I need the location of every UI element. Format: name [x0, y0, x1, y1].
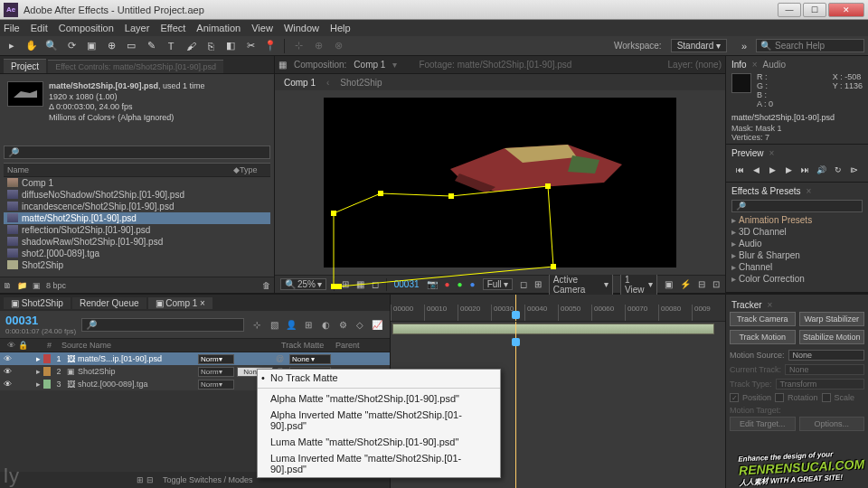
timeline-search-input[interactable]: 🔎	[81, 318, 244, 332]
expand-transfer-icon[interactable]: ⊞ ⊟	[137, 475, 154, 484]
world-axis-icon[interactable]: ⊕	[310, 38, 326, 54]
project-item[interactable]: Comp 1	[4, 177, 270, 189]
frame-blend-icon[interactable]: ⊞	[301, 317, 316, 332]
matte-option-luma-inverted[interactable]: Luma Inverted Matte "matte/Shot2Ship.[01…	[258, 450, 500, 477]
warp-stabilizer-button[interactable]: Warp Stabilizer	[799, 312, 865, 326]
cat-animation-presets[interactable]: Animation Presets	[730, 214, 864, 226]
camera-tool-icon[interactable]: ▣	[83, 38, 99, 54]
loop-icon[interactable]: ↻	[832, 164, 844, 176]
zoom-dropdown[interactable]: 🔍 25% ▾	[280, 278, 326, 290]
tab-preview[interactable]: Preview	[731, 148, 764, 158]
project-item[interactable]: shot2.[000-089].tga	[4, 248, 270, 259]
tab-tracker[interactable]: Tracker	[731, 300, 762, 310]
shape-tool-icon[interactable]: ▭	[123, 38, 139, 54]
roto-tool-icon[interactable]: ✂	[242, 38, 259, 54]
project-item[interactable]: Shot2Ship	[4, 259, 270, 271]
project-item[interactable]: incandescence/Shot2Ship.[01-90].psd	[4, 201, 270, 212]
tab-audio[interactable]: Audio	[763, 60, 787, 70]
timeline-ruler[interactable]: 0000000010000200003000040000500006000070…	[391, 295, 725, 322]
flowchart-icon[interactable]: ⊡	[712, 279, 720, 289]
fast-previews-icon[interactable]: ⚡	[680, 279, 691, 289]
layer-name[interactable]: matte/S...ip.[01-90].psd	[78, 354, 195, 363]
new-folder-icon[interactable]: 📁	[17, 281, 27, 290]
last-frame-icon[interactable]: ⏭	[799, 164, 812, 176]
position-checkbox[interactable]: ✓	[730, 393, 739, 402]
col-track-matte[interactable]: Track Matte	[278, 341, 332, 350]
eraser-tool-icon[interactable]: ◧	[222, 38, 239, 54]
layer-bar[interactable]	[392, 324, 714, 334]
comp-flowchart-icon[interactable]: ▦	[278, 60, 287, 70]
cat-3d-channel[interactable]: 3D Channel	[730, 226, 864, 238]
layer-panel-label[interactable]: Layer: (none)	[668, 60, 722, 70]
selection-tool-icon[interactable]: ▸	[4, 38, 20, 54]
auto-keyframe-icon[interactable]: ◇	[353, 317, 367, 332]
motion-source-dropdown[interactable]: None	[788, 350, 864, 361]
scale-checkbox[interactable]	[822, 393, 831, 402]
puppet-tool-icon[interactable]: 📍	[262, 38, 278, 54]
cat-channel[interactable]: Channel	[730, 261, 864, 273]
ram-preview-icon[interactable]: ⧐	[848, 164, 861, 176]
col-source-name[interactable]: Source Name	[58, 341, 225, 350]
text-tool-icon[interactable]: T	[163, 38, 179, 54]
minimize-button[interactable]: —	[778, 3, 801, 17]
workspace-search-icon[interactable]: »	[736, 38, 752, 54]
audio-icon[interactable]: 🔊	[816, 164, 828, 176]
col-parent[interactable]: Parent	[332, 341, 386, 350]
track-camera-button[interactable]: Track Camera	[730, 312, 796, 326]
timeline-layer[interactable]: 👁 ▸ 1 🖼 matte/S...ip.[01-90].psd Norm▾ @…	[0, 352, 390, 365]
timeline-icon[interactable]: ⊟	[698, 279, 705, 289]
visibility-icon[interactable]: 👁	[2, 380, 13, 389]
col-label-icon[interactable]: ◆	[233, 165, 240, 174]
comp-mini-flowchart-icon[interactable]: ⊹	[250, 317, 264, 332]
next-frame-icon[interactable]: ▶	[783, 164, 796, 176]
local-axis-icon[interactable]: ⊹	[290, 38, 307, 54]
hide-shy-icon[interactable]: 👤	[284, 317, 298, 332]
timeline-tab-render-queue[interactable]: Render Queue	[72, 297, 146, 309]
menu-view[interactable]: View	[251, 23, 273, 33]
track-motion-button[interactable]: Track Motion	[730, 330, 796, 344]
tab-effect-controls[interactable]: Effect Controls: matte/Shot2Ship.[01-90]…	[48, 60, 223, 73]
breadcrumb-comp[interactable]: Comp 1	[284, 78, 316, 88]
matte-option-alpha-inverted[interactable]: Alpha Inverted Matte "matte/Shot2Ship.[0…	[258, 407, 500, 434]
cat-audio[interactable]: Audio	[730, 238, 864, 249]
menu-help[interactable]: Help	[330, 23, 351, 33]
play-icon[interactable]: ▶	[767, 164, 779, 176]
menu-file[interactable]: File	[4, 23, 20, 33]
effects-search-input[interactable]: 🔎	[731, 200, 863, 212]
layer-name[interactable]: Shot2Ship	[78, 367, 195, 376]
view-axis-icon[interactable]: ⊗	[330, 38, 346, 54]
maximize-button[interactable]: ☐	[803, 3, 826, 17]
new-comp-icon[interactable]: ▣	[33, 281, 41, 290]
matte-option-alpha[interactable]: Alpha Matte "matte/Shot2Ship.[01-90].psd…	[258, 390, 500, 407]
brainstorm-icon[interactable]: ⚙	[335, 317, 350, 332]
pickwhip-icon[interactable]: @	[276, 354, 287, 363]
brush-tool-icon[interactable]: 🖌	[183, 38, 199, 54]
timeline-current-time[interactable]: 00031	[5, 314, 76, 327]
composition-viewer[interactable]	[275, 90, 725, 275]
timeline-tab[interactable]: ▣ Shot2Ship	[4, 297, 71, 309]
first-frame-icon[interactable]: ⏮	[734, 164, 747, 176]
stabilize-motion-button[interactable]: Stabilize Motion	[799, 330, 865, 344]
project-search-input[interactable]: 🔎	[4, 145, 270, 159]
cat-color-correction[interactable]: Color Correction	[730, 273, 864, 285]
interpret-footage-icon[interactable]: 🗎	[4, 281, 12, 290]
rotation-tool-icon[interactable]: ⟳	[63, 38, 80, 54]
parent-dropdown[interactable]: None ▾	[289, 354, 331, 364]
menu-edit[interactable]: Edit	[31, 23, 48, 33]
project-item[interactable]: shadowRaw/Shot2Ship.[01-90].psd	[4, 236, 270, 248]
timeline-tab[interactable]: ▣ Comp 1 ×	[148, 297, 212, 309]
menu-effect[interactable]: Effect	[160, 23, 185, 33]
blend-mode-dropdown[interactable]: Norm▾	[198, 380, 234, 389]
tab-info[interactable]: Info	[731, 60, 747, 70]
comp-active-name[interactable]: Comp 1	[354, 60, 385, 70]
prev-frame-icon[interactable]: ◀	[750, 164, 763, 176]
menu-window[interactable]: Window	[284, 23, 319, 33]
zoom-tool-icon[interactable]: 🔍	[43, 38, 60, 54]
tab-effects-presets[interactable]: Effects & Presets	[731, 186, 801, 196]
mask-path-overlay[interactable]	[324, 98, 676, 305]
visibility-icon[interactable]: 👁	[2, 367, 13, 376]
col-name[interactable]: Name	[7, 165, 233, 174]
menu-layer[interactable]: Layer	[125, 23, 150, 33]
graph-editor-icon[interactable]: 📈	[370, 317, 384, 332]
blend-mode-dropdown[interactable]: Norm▾	[198, 354, 234, 364]
